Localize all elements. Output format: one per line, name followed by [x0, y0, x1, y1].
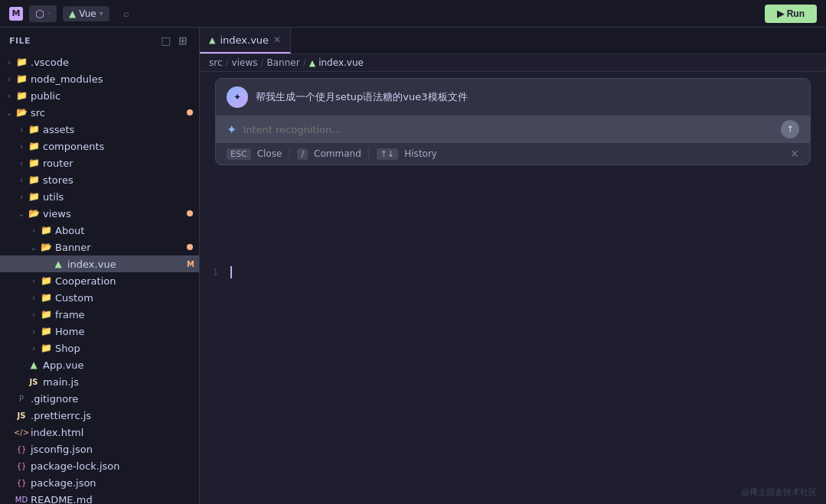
sidebar-item-home[interactable]: › 📁 Home: [0, 323, 199, 340]
code-line-1: 1: [200, 265, 826, 280]
sidebar-item-shop[interactable]: › 📁 Shop: [0, 340, 199, 356]
sidebar-item-label: .prettierrc.js: [31, 410, 91, 421]
sidebar-item-utils[interactable]: › 📁 utils: [0, 188, 199, 205]
sidebar-item-label: App.vue: [43, 359, 83, 371]
sidebar-item-label: jsconfig.json: [31, 444, 93, 455]
sidebar-actions: □ ⊞: [159, 34, 190, 47]
sidebar-item-prettierrc[interactable]: › JS .prettierrc.js: [0, 407, 199, 424]
history-label: History: [404, 148, 437, 159]
arrow-key: ↑↓: [377, 148, 398, 160]
project-selector[interactable]: ⬡ ·: [29, 5, 57, 22]
sidebar-item-node-modules[interactable]: › 📁 node_modules: [0, 70, 199, 87]
global-search-button[interactable]: ⌕: [116, 3, 137, 24]
sidebar-item-about[interactable]: › 📁 About: [0, 222, 199, 239]
sidebar-item-gitignore[interactable]: › P .gitignore: [0, 390, 199, 407]
editor-content[interactable]: ✦ 帮我生成一个使月setup语法糖的vue3模板文件 ✦ ↑ ESC Clos…: [200, 72, 826, 504]
new-folder-button[interactable]: ⊞: [176, 34, 190, 47]
breadcrumb: src / views / Banner / ▲ index.vue: [200, 54, 826, 72]
sidebar-item-label: About: [55, 225, 84, 236]
ai-avatar: ✦: [227, 86, 248, 108]
vue-selector[interactable]: ▲ Vue ▾: [63, 6, 109, 21]
sidebar-item-public[interactable]: › 📁 public: [0, 87, 199, 104]
sidebar-item-stores[interactable]: › 📁 stores: [0, 171, 199, 188]
folder-icon: 📁: [40, 275, 52, 287]
footer-separator: |: [367, 148, 371, 159]
breadcrumb-separator: /: [226, 57, 229, 68]
breadcrumb-current: index.vue: [318, 57, 364, 68]
sidebar-item-label: node_modules: [31, 73, 103, 85]
sidebar-header: File □ ⊞: [0, 28, 199, 54]
chevron-down-icon: ⌄: [28, 241, 40, 253]
sidebar-item-custom[interactable]: › 📁 Custom: [0, 289, 199, 306]
project-icon: ⬡: [35, 8, 44, 20]
chevron-right-icon: ›: [28, 291, 40, 304]
breadcrumb-separator: /: [260, 57, 263, 68]
breadcrumb-views: views: [232, 57, 258, 68]
new-file-button[interactable]: □: [159, 34, 173, 47]
project-name: ·: [47, 8, 51, 19]
sidebar-item-jsconfig[interactable]: › {} jsconfig.json: [0, 441, 199, 457]
sidebar-item-components[interactable]: › 📁 components: [0, 138, 199, 154]
command-label: Command: [314, 148, 361, 159]
chevron-right-icon: ›: [3, 89, 15, 102]
folder-icon: 📁: [15, 89, 28, 102]
sidebar-item-package-lock[interactable]: › {} package-lock.json: [0, 457, 199, 474]
sidebar-item-cooperation[interactable]: › 📁 Cooperation: [0, 272, 199, 289]
folder-open-icon: 📂: [15, 106, 28, 119]
modified-badge: [187, 109, 193, 115]
json-file-icon: {}: [15, 476, 28, 489]
sidebar-item-assets[interactable]: › 📁 assets: [0, 121, 199, 138]
sidebar-item-label: README.md: [31, 494, 93, 505]
esc-key: ESC: [227, 148, 251, 160]
js-file-icon: JS: [28, 376, 40, 388]
breadcrumb-src: src: [209, 57, 223, 68]
sidebar-item-banner[interactable]: ⌄ 📂 Banner: [0, 239, 199, 255]
ai-footer: ESC Close | / Command | ↑↓ History ✕: [216, 143, 810, 164]
tab-close-button[interactable]: ✕: [273, 34, 281, 45]
sidebar-item-index-html[interactable]: › </> index.html: [0, 424, 199, 441]
sidebar-item-app-vue[interactable]: › ▲ App.vue: [0, 356, 199, 373]
sidebar-item-package[interactable]: › {} package.json: [0, 474, 199, 491]
sidebar-item-frame[interactable]: › 📁 frame: [0, 306, 199, 323]
sidebar-item-label: Custom: [55, 292, 93, 304]
slash-key: /: [297, 148, 308, 160]
sidebar-item-label: Cooperation: [55, 275, 116, 287]
folder-icon: 📁: [28, 190, 40, 203]
sidebar-item-views[interactable]: ⌄ 📂 views: [0, 205, 199, 222]
folder-open-icon: 📂: [28, 207, 40, 219]
run-button[interactable]: ▶ Run: [765, 5, 817, 23]
ai-intent-input[interactable]: [243, 124, 775, 135]
sidebar-item-label: main.js: [43, 376, 79, 388]
sidebar-item-vscode[interactable]: › 📁 .vscode: [0, 54, 199, 70]
chevron-down-icon: ⌄: [15, 207, 28, 219]
breadcrumb-separator: /: [303, 57, 306, 68]
sidebar-item-label: Home: [55, 326, 84, 337]
sidebar-item-readme[interactable]: › MD README.md: [0, 491, 199, 504]
folder-icon: 📁: [28, 174, 40, 186]
chevron-right-icon: ›: [3, 56, 15, 68]
sidebar-item-src[interactable]: ⌄ 📂 src: [0, 104, 199, 121]
tab-index-vue[interactable]: ▲ index.vue ✕: [200, 28, 291, 54]
json-file-icon: {}: [15, 443, 28, 455]
sidebar-item-label: components: [43, 141, 104, 152]
close-label: Close: [257, 148, 282, 159]
sidebar-item-label: views: [43, 208, 71, 219]
sidebar-title: File: [9, 36, 31, 46]
ai-popup: ✦ 帮我生成一个使月setup语法糖的vue3模板文件 ✦ ↑ ESC Clos…: [215, 78, 811, 165]
sidebar-item-label: frame: [55, 309, 85, 320]
sidebar-item-index-vue[interactable]: › ▲ index.vue M: [0, 255, 199, 272]
js-file-icon: JS: [15, 409, 28, 421]
line-number: 1: [200, 267, 230, 278]
sidebar-item-main-js[interactable]: › JS main.js: [0, 373, 199, 390]
ai-input-row[interactable]: ✦ ↑: [216, 115, 810, 143]
folder-icon: 📁: [15, 73, 28, 85]
sidebar-item-label: utils: [43, 191, 64, 203]
code-area[interactable]: 1: [200, 255, 826, 289]
sidebar-item-router[interactable]: › 📁 router: [0, 154, 199, 171]
ai-popup-close-button[interactable]: ✕: [790, 148, 799, 160]
sidebar-item-label: Shop: [55, 343, 80, 354]
ai-submit-button[interactable]: ↑: [781, 120, 799, 138]
chevron-right-icon: ›: [28, 275, 40, 287]
ai-avatar-icon: ✦: [233, 92, 241, 102]
title-bar: M ⬡ · ▲ Vue ▾ ⌕ ▶ Run: [0, 0, 826, 28]
